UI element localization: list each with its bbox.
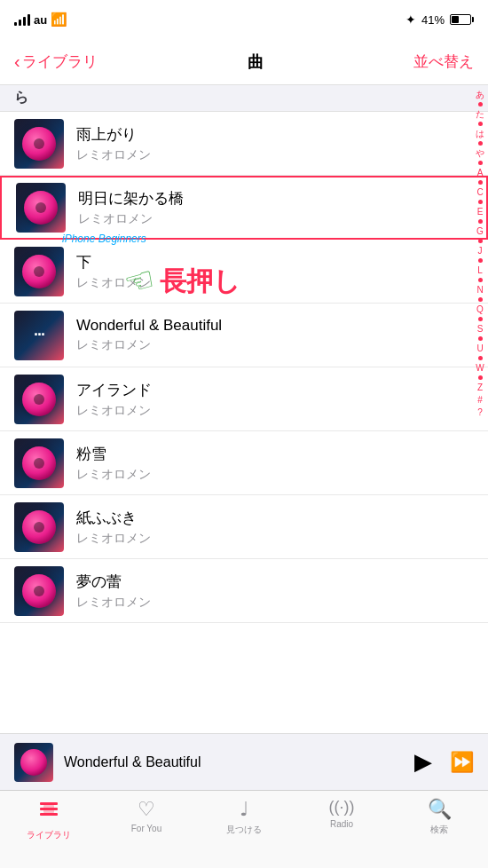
np-art-circle [20,749,47,776]
song-artwork [16,183,66,233]
alpha-char[interactable]: S [474,323,486,335]
sort-button[interactable]: 並べ替え [413,51,474,72]
back-button[interactable]: ‹ ライブラリ [14,51,98,72]
song-info: Wonderful & Beautiful レミオロメン [76,317,474,353]
alpha-dot [478,161,483,165]
song-artwork [14,119,64,169]
now-playing-artwork [14,743,53,782]
alpha-dot [478,336,483,341]
alpha-char[interactable]: U [474,343,486,354]
list-item[interactable]: ··· Wonderful & Beautiful レミオロメン [0,304,488,367]
alpha-char[interactable]: L [474,264,486,276]
artwork-circle [22,574,56,608]
tab-discover-label: 見つける [226,824,262,836]
battery-tip [472,17,474,22]
page-title: 曲 [248,51,264,73]
tab-search-label: 検索 [430,824,448,836]
alpha-dot [478,102,483,107]
now-playing-bar[interactable]: Wonderful & Beautiful ▶ ⏩ [0,733,488,790]
nav-bar: ‹ ライブラリ 曲 並べ替え [0,39,488,85]
tab-library-label: ライブラリ [27,829,71,841]
alpha-char[interactable]: Z [474,382,486,393]
battery-fill [452,16,459,23]
song-title: 雨上がり [76,124,474,145]
for-you-icon: ♡ [138,798,155,821]
song-artwork [14,375,64,424]
song-artist: レミオロメン [76,467,474,483]
alpha-char[interactable]: や [474,147,486,159]
song-artwork [14,502,64,552]
alpha-char[interactable]: # [474,394,486,406]
list-item[interactable]: アイランド レミオロメン [0,367,488,431]
artwork-circle [22,383,56,416]
song-artwork [14,438,64,488]
signal-bar-1 [14,22,17,26]
artwork-circle [22,510,56,544]
song-artist: レミオロメン [76,403,474,419]
battery-percent: 41% [421,13,445,27]
song-artwork: ··· [14,311,64,360]
artwork-inner [35,202,46,213]
alpha-dot [478,356,483,360]
artwork-inner [34,586,44,596]
song-title: Wonderful & Beautiful [76,317,474,335]
song-artist: レミオロメン [76,147,474,163]
discover-icon: ♩ [240,798,248,821]
back-label: ライブラリ [22,51,98,72]
song-artwork [14,566,64,616]
search-icon: 🔍 [428,798,452,821]
alpha-index[interactable]: あ た は や A C E G J L N Q S U W Z # ? [474,89,486,418]
bluetooth-icon: ✦ [405,12,416,27]
library-icon [37,798,60,826]
alpha-char[interactable]: ? [474,406,486,418]
song-title: 下 [76,252,474,272]
play-button[interactable]: ▶ [414,748,432,776]
alpha-char[interactable]: E [474,206,486,217]
artwork-circle [22,127,56,161]
alpha-char[interactable]: C [474,186,486,198]
alpha-char[interactable]: J [474,245,486,256]
now-playing-controls: ▶ ⏩ [414,748,474,776]
song-info: 明日に架かる橋 レミオロメン [78,188,472,227]
alpha-char[interactable]: あ [474,89,486,100]
section-header: ら [0,85,488,112]
alpha-char[interactable]: は [474,128,486,139]
artwork-inner [34,458,44,469]
alpha-char[interactable]: N [474,284,486,296]
fast-forward-button[interactable]: ⏩ [450,751,474,774]
tab-discover[interactable]: ♩ 見つける [195,798,293,836]
now-playing-title: Wonderful & Beautiful [64,754,414,770]
alpha-dot [478,219,483,224]
artwork-inner [34,138,44,149]
alpha-char[interactable]: W [474,362,486,374]
battery-icon [450,14,474,25]
svg-rect-0 [40,802,58,805]
song-artist: レミオロメン [76,337,474,353]
svg-rect-2 [40,813,58,816]
song-info: 紙ふぶき レミオロメン [76,508,474,547]
alpha-char[interactable]: Q [474,304,486,315]
song-list: 雨上がり レミオロメン 明日に架かる橋 レミオロメン 下 レミオロメン iPho… [0,112,488,623]
alpha-char[interactable]: A [474,167,486,178]
song-info: アイランド レミオロメン [76,380,474,419]
battery-body [450,14,471,25]
list-item[interactable]: 粉雪 レミオロメン [0,431,488,495]
tab-library[interactable]: ライブラリ [0,798,98,841]
tab-search[interactable]: 🔍 検索 [390,798,488,836]
alpha-dot [478,122,483,126]
alpha-char[interactable]: た [474,108,486,120]
signal-bar-3 [23,17,26,26]
tab-radio[interactable]: ((·)) Radio [293,798,390,829]
song-title: 粉雪 [76,444,474,464]
list-item[interactable]: 明日に架かる橋 レミオロメン [0,176,488,240]
song-info: 粉雪 レミオロメン [76,444,474,483]
song-title: 夢の蕾 [76,572,474,592]
tab-for-you[interactable]: ♡ For You [98,798,195,833]
alpha-dot [478,239,483,243]
list-item[interactable]: 雨上がり レミオロメン [0,112,488,176]
list-item[interactable]: 紙ふぶき レミオロメン [0,495,488,559]
list-item[interactable]: 夢の蕾 レミオロメン [0,559,488,623]
list-item[interactable]: 下 レミオロメン iPhone Beginners [0,240,488,304]
alpha-char[interactable]: G [474,225,486,237]
artwork-inner [34,522,44,533]
